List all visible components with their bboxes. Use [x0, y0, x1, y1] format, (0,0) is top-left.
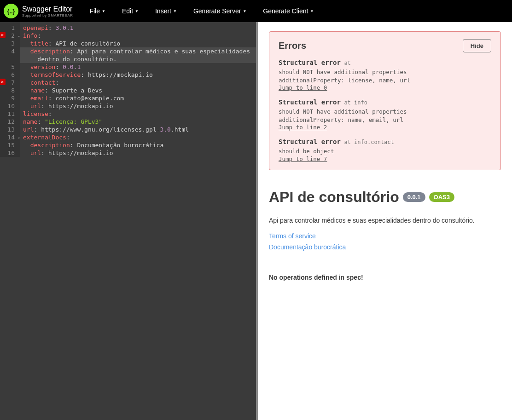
oas-badge: OAS3 — [429, 192, 454, 202]
terms-of-service-link[interactable]: Terms of service — [269, 232, 501, 240]
api-title: API de consultório — [269, 189, 399, 206]
gutter-line: 16 — [0, 149, 20, 157]
error-item: Structural error at should NOT have addi… — [279, 59, 491, 91]
gutter-line: 10 — [0, 102, 20, 110]
chevron-down-icon: ▼ — [135, 9, 139, 13]
version-badge: 0.0.1 — [403, 192, 425, 202]
gutter: 12▾34567891011121314▾1516 — [0, 22, 20, 157]
chevron-down-icon: ▼ — [310, 9, 314, 13]
code-line[interactable]: description: Api para controlar médicos … — [20, 47, 256, 55]
gutter-line: 7 — [0, 79, 20, 86]
fold-icon[interactable]: ▾ — [16, 33, 20, 37]
code-line[interactable]: url: https://mockapi.io — [20, 149, 256, 157]
hide-errors-button[interactable]: Hide — [463, 39, 491, 52]
gutter-line: 2▾ — [0, 32, 20, 40]
gutter-line — [0, 55, 20, 63]
gutter-line: 11 — [0, 110, 20, 118]
menu-generate-server[interactable]: Generate Server▼ — [188, 5, 252, 17]
gutter-line: 6 — [0, 71, 20, 79]
gutter-line: 8 — [0, 86, 20, 94]
api-header: API de consultório 0.0.1 OAS3 — [269, 189, 501, 206]
api-description: Api para controlar médicos e suas especi… — [269, 217, 501, 224]
jump-to-line-link[interactable]: Jump to line 2 — [279, 124, 491, 131]
external-docs-link[interactable]: Documentação burocrática — [269, 243, 501, 251]
chevron-down-icon: ▼ — [102, 9, 105, 13]
menu-edit[interactable]: Edit▼ — [116, 5, 144, 17]
main-split: 12▾34567891011121314▾1516 openapi: 3.0.1… — [0, 22, 512, 420]
menu-generate-client[interactable]: Generate Client▼ — [257, 5, 319, 17]
error-item: Structural error at info.contactshould b… — [279, 138, 491, 162]
jump-to-line-link[interactable]: Jump to line 7 — [279, 155, 491, 162]
code-line[interactable]: title: API de consultório — [20, 40, 256, 47]
code-line[interactable]: description: Documentação burocrática — [20, 141, 256, 149]
code-line[interactable]: dentro do consultório. — [20, 55, 256, 63]
gutter-line: 12 — [0, 118, 20, 126]
code-line[interactable]: termsOfService: https://mockapi.io — [20, 71, 256, 79]
logo-subtitle: Supported by SMARTBEAR — [22, 13, 73, 17]
code-line[interactable]: externalDocs: — [20, 133, 256, 141]
logo-title: Swagger Editor — [22, 5, 73, 13]
preview-pane: Errors Hide Structural error at should N… — [256, 22, 512, 420]
chevron-down-icon: ▼ — [243, 9, 246, 13]
topbar: {..} Swagger Editor Supported by SMARTBE… — [0, 0, 512, 22]
errors-panel: Errors Hide Structural error at should N… — [269, 31, 501, 170]
code-line[interactable]: license: — [20, 110, 256, 118]
gutter-line: 9 — [0, 94, 20, 102]
code-line[interactable]: email: contato@example.com — [20, 94, 256, 102]
gutter-line: 5 — [0, 63, 20, 71]
logo: {..} Swagger Editor Supported by SMARTBE… — [4, 4, 73, 18]
code-line[interactable]: openapi: 3.0.1 — [20, 24, 256, 32]
gutter-line: 13 — [0, 126, 20, 133]
gutter-line: 4 — [0, 47, 20, 55]
topbar-menu: File▼ Edit▼ Insert▼ Generate Server▼ Gen… — [84, 5, 319, 17]
code-line[interactable]: name: Suporte a Devs — [20, 86, 256, 94]
jump-to-line-link[interactable]: Jump to line 0 — [279, 84, 491, 91]
fold-icon[interactable]: ▾ — [16, 134, 20, 139]
gutter-line: 15 — [0, 141, 20, 149]
code-line[interactable]: info: — [20, 32, 256, 40]
error-item: Structural error at infoshould NOT have … — [279, 98, 491, 131]
code-line[interactable]: contact: — [20, 79, 256, 86]
menu-file[interactable]: File▼ — [84, 5, 111, 17]
no-operations-message: No operations defined in spec! — [269, 274, 501, 281]
menu-insert[interactable]: Insert▼ — [150, 5, 182, 17]
gutter-line: 3 — [0, 40, 20, 47]
code-line[interactable]: name: "Licença: GPLv3" — [20, 118, 256, 126]
swagger-logo-icon: {..} — [4, 4, 18, 18]
code-line[interactable]: url: https://www.gnu.org/licenses.gpl-3.… — [20, 126, 256, 133]
chevron-down-icon: ▼ — [173, 9, 177, 13]
gutter-line: 1 — [0, 24, 20, 32]
yaml-editor[interactable]: 12▾34567891011121314▾1516 openapi: 3.0.1… — [0, 22, 256, 420]
errors-title: Errors — [279, 40, 306, 51]
gutter-line: 14▾ — [0, 133, 20, 141]
code-line[interactable]: url: https://mockapi.io — [20, 102, 256, 110]
code-line[interactable]: version: 0.0.1 — [20, 63, 256, 71]
